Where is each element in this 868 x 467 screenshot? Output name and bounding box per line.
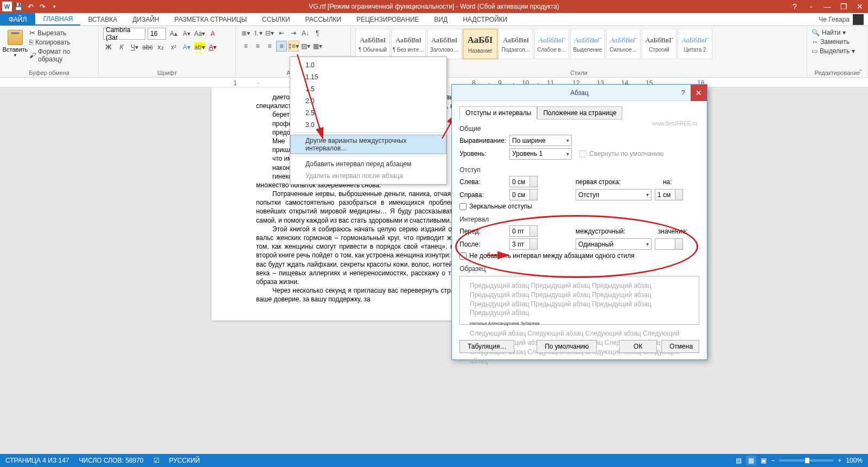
cut-button[interactable]: ✂Вырезать — [29, 29, 94, 37]
bold-button[interactable]: Ж — [103, 42, 114, 53]
default-button[interactable]: По умолчанию — [537, 340, 597, 353]
indent-right-spinner[interactable]: 0 см — [509, 189, 538, 200]
highlight-icon[interactable]: ab▾ — [194, 42, 205, 53]
style-Название[interactable]: АаБбIНазвание — [463, 29, 497, 59]
ribbon-display-icon[interactable]: ▫ — [803, 0, 819, 13]
subscript-button[interactable]: x₂ — [155, 42, 166, 53]
indent-left-spinner[interactable]: 0 см — [509, 176, 538, 187]
customize-qat-icon[interactable]: ▾ — [49, 1, 60, 12]
collapse-ribbon-icon[interactable]: ⌃ — [855, 68, 866, 76]
special-indent-combo[interactable]: Отступ — [576, 189, 652, 200]
tab-addins[interactable]: НАДСТРОЙКИ — [455, 13, 515, 26]
spacing-2.5[interactable]: 2.5 — [290, 107, 446, 119]
web-layout-icon[interactable]: ▣ — [761, 457, 767, 464]
style-Цитата 2[interactable]: АаБбВвГЦитата 2 — [678, 29, 712, 59]
by-spinner[interactable]: 1 см — [655, 189, 683, 200]
dialog-help-icon[interactable]: ? — [676, 89, 690, 97]
increase-indent-icon[interactable]: ⇥ — [288, 28, 299, 39]
ok-button[interactable]: ОК — [619, 340, 657, 353]
spacing-1.0[interactable]: 1.0 — [290, 59, 446, 71]
tabs-button[interactable]: Табуляция… — [459, 340, 514, 353]
read-mode-icon[interactable]: ▤ — [736, 457, 742, 464]
tab-layout[interactable]: РАЗМЕТКА СТРАНИЦЫ — [167, 13, 255, 26]
tab-design[interactable]: ДИЗАЙН — [125, 13, 167, 26]
decrease-indent-icon[interactable]: ⇤ — [276, 28, 287, 39]
language-indicator[interactable]: РУССКИЙ — [169, 457, 200, 464]
zoom-out-icon[interactable]: − — [771, 457, 775, 464]
format-painter-button[interactable]: 🖌Формат по образцу — [29, 48, 94, 63]
tab-mailings[interactable]: РАССЫЛКИ — [298, 13, 349, 26]
avatar[interactable] — [853, 14, 864, 25]
shading-icon[interactable]: ▨▾ — [300, 41, 311, 52]
tab-home[interactable]: ГЛАВНАЯ — [35, 13, 80, 26]
tab-view[interactable]: ВИД — [426, 13, 455, 26]
restore-icon[interactable]: ❐ — [835, 0, 852, 13]
alignment-combo[interactable]: По ширине — [509, 135, 572, 146]
paste-button[interactable]: Вставить ▾ — [4, 28, 26, 68]
style-Заголово…[interactable]: АаБбВвIЗаголово… — [427, 29, 462, 59]
replace-button[interactable]: ↔Заменить — [812, 38, 863, 46]
copy-button[interactable]: ⎘Копировать — [29, 39, 94, 46]
spacing-2.0[interactable]: 2.0 — [290, 95, 446, 107]
line-spacing-button[interactable]: ‡≡▾ — [288, 41, 299, 52]
style-¶ Без инте…[interactable]: АаБбВвI¶ Без инте… — [391, 29, 426, 59]
line-spacing-options[interactable]: Другие варианты междустрочных интервалов… — [290, 135, 446, 154]
font-size-combo[interactable]: 16 — [148, 28, 166, 40]
zoom-in-icon[interactable]: + — [838, 457, 841, 464]
mirror-indents-checkbox[interactable] — [459, 203, 467, 210]
tab-review[interactable]: РЕЦЕНЗИРОВАНИЕ — [349, 13, 426, 26]
align-left-icon[interactable]: ≡ — [240, 41, 251, 52]
show-marks-icon[interactable]: ¶ — [312, 28, 323, 39]
word-icon[interactable]: W — [2, 2, 12, 11]
font-name-combo[interactable]: Cambria (Заг — [103, 28, 145, 40]
numbering-icon[interactable]: ⒈▾ — [252, 28, 263, 39]
remove-space-after[interactable]: Удалить интервал после абзаца — [290, 170, 446, 182]
style-Подзагол…[interactable]: АаБбВвIПодзагол… — [499, 29, 533, 59]
redo-icon[interactable]: ↷ — [37, 1, 48, 12]
align-center-icon[interactable]: ≡ — [252, 41, 263, 52]
tab-indents-spacing[interactable]: Отступы и интервалы — [459, 106, 537, 119]
style-Сильное…[interactable]: АаБбВвГСильное… — [606, 29, 641, 59]
page-indicator[interactable]: СТРАНИЦА 4 ИЗ 147 — [5, 457, 69, 464]
style-Строгий[interactable]: АаБбВвГСтрогий — [642, 29, 676, 59]
word-count[interactable]: ЧИСЛО СЛОВ: 58970 — [79, 457, 144, 464]
before-spinner[interactable]: 0 пт — [509, 225, 538, 237]
text-effects-icon[interactable]: A▾ — [181, 42, 192, 53]
user-area[interactable]: Че Гевара — [819, 13, 868, 26]
dialog-close-icon[interactable]: ✕ — [691, 85, 707, 101]
clear-format-icon[interactable]: A̷ — [207, 28, 218, 39]
zoom-slider[interactable] — [779, 459, 833, 462]
outline-level-combo[interactable]: Уровень 1 — [509, 148, 572, 160]
line-spacing-combo[interactable]: Одинарный — [576, 238, 652, 250]
spacing-1.5[interactable]: 1.5 — [290, 83, 446, 95]
after-spinner[interactable]: 3 пт — [509, 238, 538, 250]
at-spinner[interactable] — [655, 238, 683, 250]
font-color-icon[interactable]: A▾ — [207, 42, 218, 53]
add-space-before[interactable]: Добавить интервал перед абзацем — [290, 158, 446, 170]
italic-button[interactable]: К — [116, 42, 127, 53]
align-right-icon[interactable]: ≡ — [264, 41, 275, 52]
select-button[interactable]: ▭Выделить ▾ — [812, 47, 863, 55]
underline-button[interactable]: Ч▾ — [129, 42, 140, 53]
style-Выделение[interactable]: АаБбВвГВыделение — [570, 29, 605, 59]
minimize-icon[interactable]: — — [819, 0, 835, 13]
no-space-same-style-checkbox[interactable] — [459, 253, 467, 260]
tab-line-breaks[interactable]: Положение на странице — [537, 106, 622, 119]
close-icon[interactable]: ✕ — [852, 0, 868, 13]
dialog-titlebar[interactable]: Абзац ? ✕ — [452, 85, 707, 101]
justify-icon[interactable]: ≡ — [276, 41, 287, 52]
multilevel-icon[interactable]: ⊟▾ — [264, 28, 275, 39]
grow-font-icon[interactable]: A▴ — [168, 28, 179, 39]
undo-icon[interactable]: ↶ — [25, 1, 36, 12]
help-icon[interactable]: ? — [787, 0, 803, 13]
style-Слабое в…[interactable]: АаБбВвГСлабое в… — [534, 29, 569, 59]
sort-icon[interactable]: A↓ — [300, 28, 311, 39]
proofing-icon[interactable]: ☑ — [154, 457, 159, 464]
tab-insert[interactable]: ВСТАВКА — [80, 13, 125, 26]
bullets-icon[interactable]: ≣▾ — [240, 28, 251, 39]
save-icon[interactable]: 💾 — [13, 1, 24, 12]
tab-references[interactable]: ССЫЛКИ — [254, 13, 297, 26]
zoom-level[interactable]: 100% — [846, 457, 863, 464]
spacing-3.0[interactable]: 3.0 — [290, 119, 446, 131]
strike-button[interactable]: abc — [142, 42, 153, 53]
